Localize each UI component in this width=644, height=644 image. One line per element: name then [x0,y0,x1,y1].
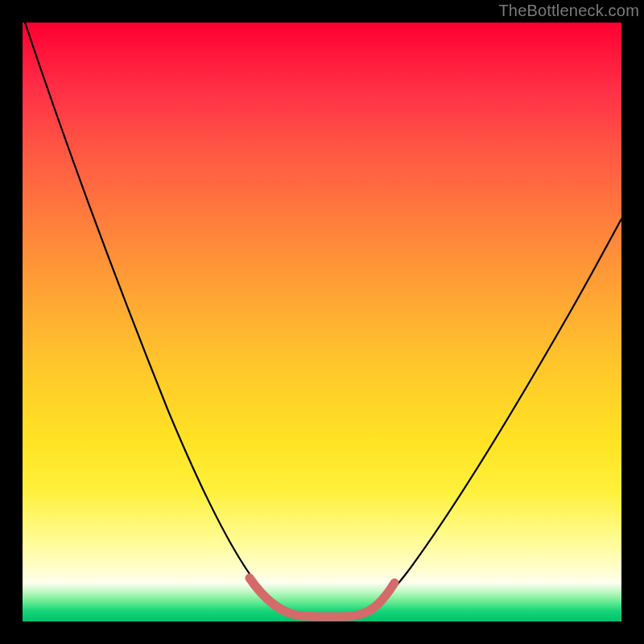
plot-area [23,23,621,621]
curve-layer [23,23,621,621]
bottleneck-curve [25,23,621,615]
watermark-text: TheBottleneck.com [498,2,639,20]
optimal-range-highlight [250,578,394,617]
chart-frame: TheBottleneck.com [0,0,644,644]
